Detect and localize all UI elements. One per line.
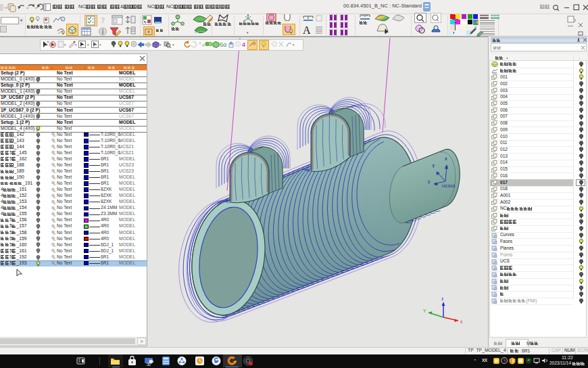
svg-text:x: x — [445, 156, 447, 161]
svg-text:4: 4 — [242, 41, 245, 48]
svg-text:UCS13: UCS13 — [442, 184, 456, 188]
svg-text:6α: 6α — [220, 41, 226, 48]
svg-text:A: A — [303, 24, 311, 35]
svg-text:Y: Y — [432, 164, 435, 168]
svg-text:Y: Y — [423, 308, 426, 313]
svg-text:z: z — [441, 296, 443, 301]
svg-text:x: x — [460, 319, 463, 324]
